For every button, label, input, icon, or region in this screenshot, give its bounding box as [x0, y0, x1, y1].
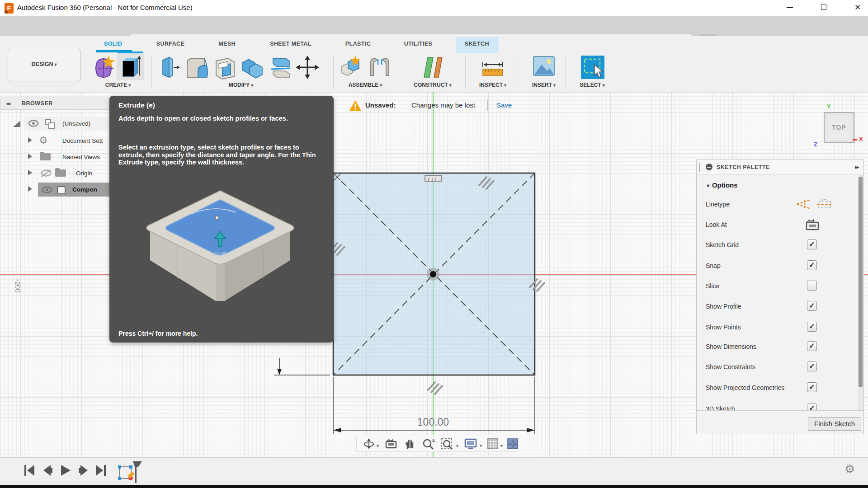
look-at-icon[interactable] — [805, 218, 820, 231]
group-label-create[interactable]: CREATE — [105, 82, 131, 88]
restore-button[interactable] — [813, 0, 834, 15]
group-label-construct[interactable]: CONSTRUCT — [414, 82, 451, 88]
palette-scrollbar[interactable] — [858, 175, 863, 410]
extrude-icon[interactable] — [118, 55, 142, 80]
orbit-dropdown[interactable] — [377, 441, 379, 449]
options-section-header[interactable]: ▼ Options — [706, 181, 738, 189]
timeline-go-to-start-icon[interactable] — [24, 464, 35, 477]
tab-solid[interactable]: SOLID — [104, 41, 122, 47]
drag-handle[interactable] — [699, 163, 700, 172]
timeline-step-forward-icon[interactable] — [78, 464, 90, 477]
viewcube-y-axis-label: Y — [827, 103, 831, 110]
joint-icon[interactable] — [367, 55, 392, 80]
minimize-button[interactable] — [779, 0, 800, 15]
browser-row-label[interactable]: (Unsaved) — [62, 120, 90, 127]
tab-mesh[interactable]: MESH — [218, 41, 236, 47]
panel-menu-icon[interactable] — [706, 164, 712, 170]
move-icon[interactable] — [295, 55, 320, 80]
group-label-inspect[interactable]: INSPECT — [479, 82, 506, 88]
new-component-icon[interactable] — [340, 55, 363, 80]
display-settings-icon[interactable] — [464, 438, 478, 450]
group-label-insert[interactable]: INSERT — [532, 82, 556, 88]
viewcube-x-axis-stub — [853, 139, 857, 141]
browser-row-document-settings[interactable]: ⚙ Document Sett — [0, 134, 109, 148]
chevron-right-icon[interactable] — [28, 154, 32, 159]
browser-row-label[interactable]: Named Views — [62, 154, 100, 160]
midpoint-constraint-icon[interactable] — [425, 175, 442, 181]
sketch-grid-checkbox[interactable] — [807, 239, 817, 249]
warning-icon — [349, 100, 362, 112]
palette-header[interactable]: SKETCH PALETTE ▸▸ — [697, 160, 863, 174]
show-profile-checkbox[interactable] — [807, 301, 817, 311]
group-label-select[interactable]: SELECT — [580, 82, 604, 88]
tab-surface[interactable]: SURFACE — [156, 41, 185, 47]
pan-hand-icon[interactable] — [404, 438, 415, 450]
group-label-assemble[interactable]: ASSEMBLE — [349, 82, 382, 88]
show-constraints-checkbox[interactable] — [807, 361, 817, 371]
expand-triangle-icon[interactable] — [13, 120, 21, 127]
look-at-icon[interactable] — [385, 438, 397, 450]
viewcube[interactable]: TOP — [824, 112, 854, 143]
timeline-go-to-end-icon[interactable] — [95, 464, 107, 477]
linetype-centerline-icon[interactable] — [816, 198, 832, 211]
expand-panel-icon[interactable]: ▸▸ — [855, 164, 858, 170]
finish-sketch-button[interactable]: Finish Sketch — [808, 417, 861, 431]
tab-plastic[interactable]: PLASTIC — [345, 41, 371, 47]
chevron-right-icon[interactable] — [28, 170, 32, 175]
eye-icon[interactable] — [28, 120, 39, 127]
zoom-window-dropdown[interactable] — [456, 441, 458, 449]
collapse-panel-icon[interactable]: ◂◂ — [6, 100, 9, 107]
browser-row-label[interactable]: Compon — [72, 186, 97, 193]
browser-row-named-views[interactable]: Named Views — [0, 150, 109, 164]
timeline-play-icon[interactable] — [60, 464, 71, 477]
timeline-step-back-icon[interactable] — [42, 464, 53, 477]
sketch-canvas[interactable]: 100.00 -200 TOP Y X Z Unsaved: Changes m… — [0, 92, 868, 457]
zoom-window-icon[interactable] — [441, 438, 454, 450]
snap-checkbox[interactable] — [807, 260, 817, 270]
eye-icon[interactable] — [42, 186, 52, 193]
measure-icon[interactable] — [480, 55, 505, 80]
browser-row-label[interactable]: Document Sett — [62, 137, 103, 144]
construct-plane-icon[interactable] — [420, 55, 446, 80]
fillet-icon[interactable] — [184, 55, 210, 80]
display-dropdown[interactable] — [480, 441, 482, 449]
close-button[interactable]: ✕ — [847, 0, 868, 15]
show-points-checkbox[interactable] — [807, 322, 817, 332]
parallel-constraint-icon[interactable] — [428, 382, 442, 394]
tab-utilities[interactable]: UTILITIES — [404, 41, 433, 47]
show-dimensions-checkbox[interactable] — [807, 341, 817, 351]
orbit-icon[interactable] — [363, 438, 375, 450]
offset-face-icon[interactable] — [268, 55, 292, 80]
tab-sheet-metal[interactable]: SHEET METAL — [270, 41, 311, 47]
workspace-selector[interactable]: DESIGN — [8, 49, 80, 81]
grid-dropdown[interactable] — [500, 441, 503, 449]
chevron-right-icon[interactable] — [28, 137, 32, 143]
zoom-icon[interactable]: ± — [422, 438, 435, 450]
viewports-icon[interactable] — [507, 438, 519, 450]
group-label-modify[interactable]: MODIFY — [229, 82, 254, 88]
linetype-construction-icon[interactable] — [795, 198, 813, 211]
show-projected-geometries-checkbox[interactable] — [807, 382, 817, 392]
insert-image-icon[interactable] — [533, 55, 555, 77]
timeline-sketch-feature[interactable] — [117, 460, 142, 484]
center-point[interactable] — [430, 271, 436, 277]
press-pull-icon[interactable] — [159, 55, 181, 80]
chevron-right-icon[interactable] — [28, 186, 32, 192]
browser-row-origin[interactable]: Origin — [0, 166, 109, 180]
scrollbar-thumb[interactable] — [859, 177, 863, 387]
browser-header[interactable]: ◂◂ BROWSER — [0, 97, 109, 110]
browser-row-label[interactable]: Origin — [76, 170, 92, 177]
dimension-value[interactable]: 100.00 — [417, 416, 449, 428]
tab-sketch[interactable]: SKETCH — [465, 41, 489, 47]
browser-row-component-selected[interactable]: Compon — [0, 183, 109, 197]
shell-icon[interactable] — [212, 55, 237, 80]
browser-row-document[interactable]: (Unsaved) — [0, 117, 109, 131]
eye-off-icon[interactable] — [41, 169, 52, 177]
grid-display-icon[interactable] — [487, 438, 499, 450]
combine-icon[interactable] — [240, 55, 264, 80]
timeline-settings-gear-icon[interactable]: ⚙ — [844, 462, 855, 476]
slice-checkbox[interactable] — [807, 281, 817, 291]
select-icon[interactable] — [580, 55, 605, 80]
save-link[interactable]: Save — [496, 101, 512, 109]
create-form-icon[interactable] — [92, 55, 115, 80]
